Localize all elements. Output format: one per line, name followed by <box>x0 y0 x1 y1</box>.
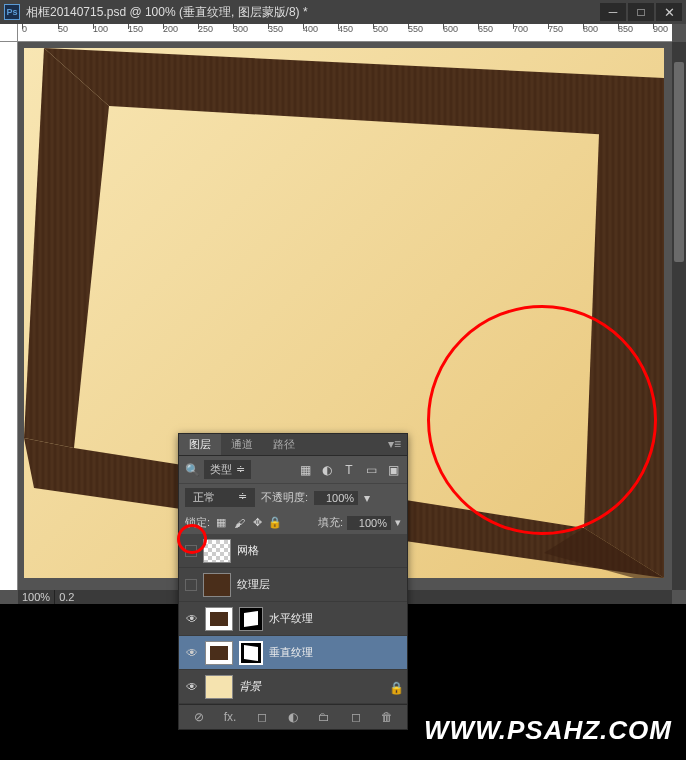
chevron-down-icon[interactable]: ▾ <box>364 491 370 505</box>
layer-fx-icon[interactable]: fx. <box>222 709 238 725</box>
filter-smart-icon[interactable]: ▣ <box>385 462 401 478</box>
layer-thumbnail[interactable] <box>203 539 231 563</box>
close-button[interactable]: ✕ <box>656 3 682 21</box>
lock-icon: 🔒 <box>389 681 401 693</box>
tab-paths[interactable]: 路径 <box>263 434 305 455</box>
lock-transparency-icon[interactable]: ▦ <box>214 516 228 530</box>
layer-thumbnail[interactable] <box>205 641 233 665</box>
lock-all-icon[interactable]: 🔒 <box>268 516 282 530</box>
visibility-toggle[interactable]: 👁 <box>185 646 199 660</box>
layer-item[interactable]: 👁 背景 🔒 <box>179 670 407 704</box>
svg-marker-4 <box>24 48 109 448</box>
maximize-button[interactable]: □ <box>628 3 654 21</box>
ruler-corner <box>0 24 18 42</box>
visibility-toggle[interactable] <box>185 545 197 557</box>
fill-label: 填充: <box>318 515 343 530</box>
mask-thumbnail[interactable] <box>239 607 263 631</box>
layer-item[interactable]: 网格 <box>179 534 407 568</box>
lock-position-icon[interactable]: ✥ <box>250 516 264 530</box>
ruler-horizontal[interactable]: 0501001502002503003504004505005506006507… <box>18 24 672 42</box>
filter-shape-icon[interactable]: ▭ <box>363 462 379 478</box>
filter-adjust-icon[interactable]: ◐ <box>319 462 335 478</box>
panel-menu-icon[interactable]: ▾≡ <box>382 434 407 455</box>
filter-type-icon[interactable]: T <box>341 462 357 478</box>
svg-marker-3 <box>44 48 664 138</box>
layer-thumbnail[interactable] <box>205 675 233 699</box>
layer-item[interactable]: 👁 水平纹理 <box>179 602 407 636</box>
svg-marker-5 <box>584 78 664 578</box>
layer-thumbnail[interactable] <box>205 607 233 631</box>
type-filter-select[interactable]: 类型≑ <box>204 460 251 479</box>
window-title: 相框20140715.psd @ 100% (垂直纹理, 图层蒙版/8) * <box>26 4 600 21</box>
layer-list: 网格 纹理层 👁 水平纹理 👁 垂直纹理 👁 背景 🔒 <box>179 534 407 704</box>
visibility-toggle[interactable]: 👁 <box>185 680 199 694</box>
fill-input[interactable]: 100% <box>347 516 391 530</box>
link-layers-icon[interactable]: ⊘ <box>191 709 207 725</box>
group-icon[interactable]: 🗀 <box>316 709 332 725</box>
layer-name[interactable]: 垂直纹理 <box>269 645 313 660</box>
mask-thumbnail[interactable] <box>239 641 263 665</box>
opacity-input[interactable]: 100% <box>314 491 358 505</box>
opacity-label: 不透明度: <box>261 490 308 505</box>
titlebar: Ps 相框20140715.psd @ 100% (垂直纹理, 图层蒙版/8) … <box>0 0 686 24</box>
delete-layer-icon[interactable]: 🗑 <box>379 709 395 725</box>
layer-name[interactable]: 网格 <box>237 543 259 558</box>
watermark: WWW.PSAHZ.COM <box>424 715 672 746</box>
filter-pixel-icon[interactable]: ▦ <box>297 462 313 478</box>
layer-name[interactable]: 纹理层 <box>237 577 270 592</box>
visibility-toggle[interactable] <box>185 579 197 591</box>
visibility-toggle[interactable]: 👁 <box>185 612 199 626</box>
lock-paint-icon[interactable]: 🖌 <box>232 516 246 530</box>
blend-mode-select[interactable]: 正常≑ <box>185 488 255 507</box>
adjustment-layer-icon[interactable]: ◐ <box>285 709 301 725</box>
tab-layers[interactable]: 图层 <box>179 434 221 455</box>
layer-item[interactable]: 👁 垂直纹理 <box>179 636 407 670</box>
app-icon: Ps <box>4 4 20 20</box>
layers-panel: 图层 通道 路径 ▾≡ 🔍 类型≑ ▦ ◐ T ▭ ▣ 正常≑ 不透明度: 10… <box>178 433 408 730</box>
tab-channels[interactable]: 通道 <box>221 434 263 455</box>
layer-name[interactable]: 水平纹理 <box>269 611 313 626</box>
new-layer-icon[interactable]: ◻ <box>348 709 364 725</box>
ruler-vertical[interactable] <box>0 42 18 590</box>
minimize-button[interactable]: ─ <box>600 3 626 21</box>
scrollbar-vertical[interactable] <box>672 42 686 590</box>
layer-thumbnail[interactable] <box>203 573 231 597</box>
zoom-display[interactable]: 100% <box>18 590 55 604</box>
layer-item[interactable]: 纹理层 <box>179 568 407 602</box>
chevron-down-icon[interactable]: ▾ <box>395 516 401 529</box>
doc-info: 0.2 <box>55 590 78 604</box>
add-mask-icon[interactable]: ◻ <box>254 709 270 725</box>
search-icon: 🔍 <box>185 463 200 477</box>
lock-label: 锁定: <box>185 515 210 530</box>
layer-name[interactable]: 背景 <box>239 679 261 694</box>
